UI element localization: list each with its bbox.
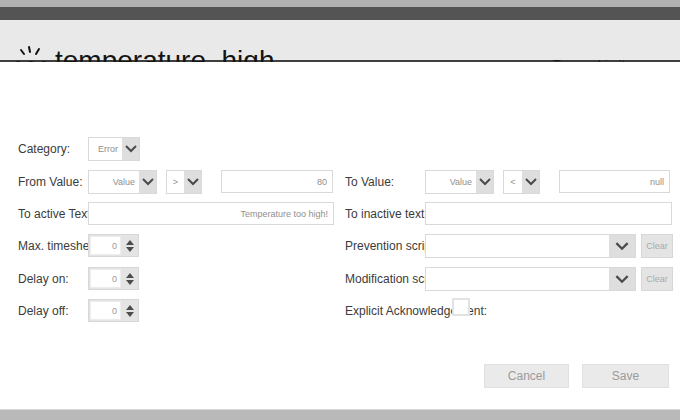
stepper-arrows-icon[interactable]: [121, 240, 138, 252]
delay-on-input[interactable]: [90, 269, 121, 288]
chevron-down-icon[interactable]: [609, 235, 635, 257]
to-active-text-label: To active Text:: [18, 202, 94, 226]
to-value-comparator-select[interactable]: <: [503, 170, 540, 194]
chevron-down-icon[interactable]: [522, 171, 539, 193]
delay-on-stepper[interactable]: [88, 267, 139, 290]
to-value-comparator-value: <: [504, 171, 522, 193]
chevron-down-icon[interactable]: [609, 268, 635, 290]
category-selected-value: Error: [89, 138, 122, 160]
explicit-acknowledgement-checkbox[interactable]: [452, 298, 470, 316]
category-select[interactable]: Error: [88, 137, 140, 161]
chevron-down-icon[interactable]: [476, 171, 493, 193]
from-value-source-value: Value: [89, 171, 139, 193]
modification-script-select[interactable]: [425, 267, 636, 291]
from-value-source-select[interactable]: Value: [88, 170, 157, 194]
chevron-down-icon[interactable]: [184, 171, 201, 193]
window-toolbar-strip: [0, 7, 680, 20]
modification-script-value: [426, 268, 609, 290]
prevention-script-clear-button[interactable]: Clear: [641, 234, 673, 258]
window-bottom-bar: [0, 409, 680, 420]
prevention-script-select[interactable]: [425, 234, 636, 258]
from-value-input[interactable]: [221, 170, 333, 193]
delay-off-stepper[interactable]: [88, 299, 139, 322]
max-timeshelve-input[interactable]: [90, 236, 121, 255]
from-value-label: From Value:: [18, 170, 82, 194]
to-inactive-text-label: To inactive text:: [345, 202, 428, 226]
to-value-source-value: Value: [426, 171, 476, 193]
to-value-source-select[interactable]: Value: [425, 170, 494, 194]
prevention-script-label: Prevention script:: [345, 234, 438, 258]
stepper-arrows-icon[interactable]: [121, 305, 138, 317]
delay-off-label: Delay off:: [18, 299, 68, 323]
from-value-comparator-value: >: [167, 171, 184, 193]
chevron-down-icon[interactable]: [122, 138, 139, 160]
alarm-header: temperature_high Type: Limit: [0, 20, 680, 62]
to-active-text-input[interactable]: [88, 202, 334, 225]
delay-on-label: Delay on:: [18, 267, 69, 291]
cancel-button[interactable]: Cancel: [484, 364, 569, 388]
save-button[interactable]: Save: [582, 364, 669, 388]
to-value-input[interactable]: [559, 170, 670, 193]
to-inactive-text-input[interactable]: [425, 202, 672, 225]
alarm-form: Category: Error From Value: Value > To V…: [0, 62, 680, 409]
stepper-arrows-icon[interactable]: [121, 273, 138, 285]
max-timeshelve-stepper[interactable]: [88, 234, 139, 257]
category-label: Category:: [18, 137, 70, 161]
app-window: temperature_high Type: Limit Category: E…: [0, 0, 680, 420]
to-value-label: To Value:: [345, 170, 394, 194]
modification-script-clear-button[interactable]: Clear: [641, 267, 673, 291]
delay-off-input[interactable]: [90, 301, 121, 320]
prevention-script-value: [426, 235, 609, 257]
chevron-down-icon[interactable]: [139, 171, 156, 193]
from-value-comparator-select[interactable]: >: [166, 170, 202, 194]
